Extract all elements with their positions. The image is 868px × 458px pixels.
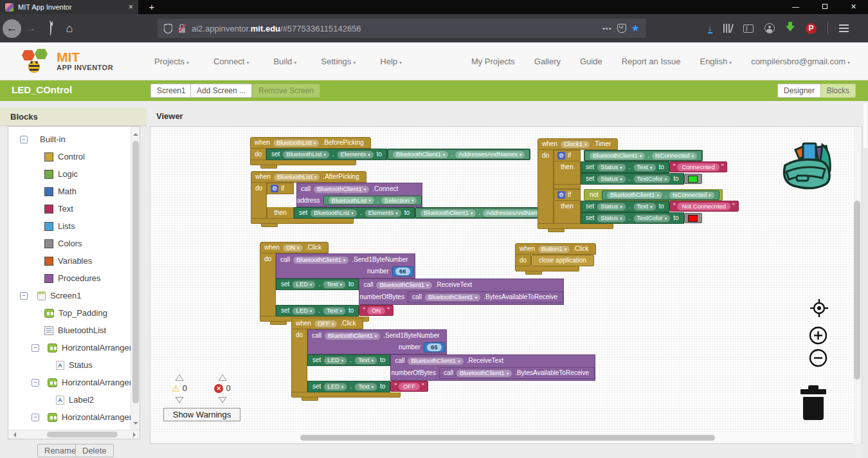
- property-dropdown[interactable]: IsConnected: [669, 191, 715, 199]
- property-dropdown[interactable]: Selection: [381, 196, 418, 205]
- block-string-off[interactable]: " OFF ": [390, 381, 428, 392]
- tree-item-horizontal-arrangement-2[interactable]: − HorizontalArrangemen: [8, 374, 140, 391]
- component-dropdown[interactable]: Status: [597, 214, 626, 223]
- component-dropdown[interactable]: BluetoothClient1: [606, 191, 663, 199]
- remove-screen-button[interactable]: Remove Screen: [252, 84, 320, 98]
- block-call-send1bytenumber[interactable]: call BluetoothClient1 .Send1ByteNumber n…: [307, 329, 447, 354]
- blocks-toggle-button[interactable]: Blocks: [820, 84, 856, 98]
- tree-item-variables[interactable]: Variables: [8, 252, 140, 270]
- tree-item-control[interactable]: Control: [8, 148, 140, 165]
- block-string-connected[interactable]: " Connecnted ": [669, 161, 727, 172]
- component-dropdown[interactable]: BluetoothClient1: [324, 332, 381, 340]
- property-dropdown[interactable]: Text: [323, 280, 346, 289]
- component-dropdown[interactable]: LED: [292, 307, 316, 315]
- block-set-status-text[interactable]: set Status . Text to: [581, 201, 669, 212]
- menu-connect[interactable]: Connect▾: [213, 57, 249, 66]
- block-number-65[interactable]: 65: [424, 342, 445, 353]
- component-dropdown[interactable]: BluetoothList: [310, 209, 357, 217]
- component-dropdown[interactable]: BluetoothList: [273, 139, 320, 147]
- link-gallery[interactable]: Gallery: [534, 57, 561, 66]
- block-set-led-text[interactable]: set LED . Text to: [307, 381, 390, 392]
- back-button[interactable]: ←: [3, 19, 21, 38]
- forward-button[interactable]: →: [21, 22, 41, 35]
- url-bar[interactable]: ai2.appinventor.mit.edu/#577533611514265…: [158, 19, 646, 38]
- component-dropdown[interactable]: BluetoothClient1: [424, 293, 481, 302]
- block-set-status-textcolor[interactable]: set Status . TextColor to: [581, 173, 684, 185]
- block-set-status-textcolor[interactable]: set Status . TextColor to: [581, 212, 684, 224]
- tree-vertical-scrollbar[interactable]: [131, 127, 140, 431]
- new-tab-button[interactable]: +: [144, 0, 159, 14]
- block-get-addressesandnames[interactable]: BluetoothClient1 . AddressesAndNames: [415, 207, 558, 219]
- block-get-isconnected[interactable]: BluetoothClient1 . IsConnected: [602, 190, 719, 200]
- delete-button[interactable]: Delete: [75, 444, 114, 457]
- scroll-left-icon[interactable]: [11, 432, 16, 437]
- component-dropdown[interactable]: BluetoothClient1: [589, 152, 646, 160]
- collapse-icon[interactable]: −: [32, 414, 39, 421]
- component-dropdown[interactable]: OFF: [314, 320, 338, 328]
- collapse-icon[interactable]: −: [20, 136, 28, 143]
- block-call-receivetext[interactable]: call BluetoothClient1 .ReceiveText numbe…: [390, 354, 595, 381]
- tree-item-procedures[interactable]: Procedures: [8, 270, 140, 287]
- component-dropdown[interactable]: BluetoothClient1: [456, 369, 512, 378]
- tree-item-screen1[interactable]: − Screen1: [8, 287, 140, 304]
- component-dropdown[interactable]: ON: [282, 244, 303, 252]
- component-dropdown[interactable]: BluetoothList: [282, 151, 329, 159]
- property-dropdown[interactable]: Text: [354, 383, 377, 391]
- component-dropdown[interactable]: BluetoothClient1: [392, 151, 449, 159]
- component-dropdown[interactable]: Status: [597, 203, 626, 211]
- component-dropdown[interactable]: BluetoothClient1: [420, 209, 476, 217]
- collapse-icon[interactable]: −: [20, 292, 28, 300]
- block-set-led-text[interactable]: set LED . Text to: [307, 354, 390, 366]
- browser-tab[interactable]: MIT App Inventor ×: [0, 0, 138, 14]
- tree-item-logic[interactable]: Logic: [8, 165, 140, 183]
- collapse-warnings-down-icon[interactable]: ▽: [168, 396, 190, 403]
- property-dropdown[interactable]: Text: [354, 356, 377, 365]
- property-dropdown[interactable]: Elements: [337, 151, 374, 159]
- backpack-icon[interactable]: [777, 138, 838, 193]
- tree-item-status[interactable]: AStatus: [8, 356, 140, 374]
- property-dropdown[interactable]: Text: [633, 203, 656, 211]
- menu-help[interactable]: Help▾: [380, 57, 402, 66]
- component-dropdown[interactable]: BluetoothClient1: [313, 185, 370, 194]
- collapse-warnings-up-icon[interactable]: △: [168, 374, 190, 381]
- insecure-lock-icon[interactable]: [177, 24, 186, 33]
- block-if-connected[interactable]: ⚙if BluetoothClient1 . IsConnected then: [554, 150, 727, 185]
- collapse-icon[interactable]: −: [32, 344, 39, 352]
- scroll-up-icon[interactable]: [133, 131, 138, 136]
- block-call-receivetext[interactable]: call BluetoothClient1 .ReceiveText numbe…: [359, 279, 564, 305]
- zoom-out-icon[interactable]: [809, 349, 827, 367]
- block-set-led-text[interactable]: set LED . Text to: [276, 279, 359, 290]
- property-dropdown[interactable]: IsConnected: [651, 152, 698, 160]
- menu-projects[interactable]: Projects▾: [154, 57, 189, 66]
- mutator-gear-icon[interactable]: ⚙: [557, 191, 565, 199]
- tree-item-top-padding[interactable]: Top_Padding: [8, 304, 140, 322]
- block-get-isconnected[interactable]: BluetoothClient1 . IsConnected: [584, 150, 703, 161]
- block-call-connect[interactable]: call BluetoothClient1 .Connect address B…: [296, 183, 422, 207]
- block-logic-not[interactable]: not BluetoothClient1 . IsConnected: [584, 189, 723, 201]
- blocks-canvas[interactable]: when BluetoothList .BeforePicking do set…: [150, 126, 862, 444]
- block-set-elements[interactable]: set BluetoothList . Elements to: [294, 207, 415, 219]
- tab-close-icon[interactable]: ×: [129, 3, 133, 12]
- tree-item-label2[interactable]: ALabel2: [8, 391, 140, 408]
- component-dropdown[interactable]: LED: [323, 356, 347, 365]
- component-dropdown[interactable]: LED: [292, 280, 316, 289]
- link-my-projects[interactable]: My Projects: [471, 57, 515, 66]
- tree-item-horizontal-arrangement-1[interactable]: − HorizontalArrangemen: [8, 339, 140, 356]
- menu-build[interactable]: Build▾: [273, 57, 296, 66]
- property-dropdown[interactable]: Text: [323, 307, 346, 315]
- component-dropdown[interactable]: BluetoothClient1: [293, 256, 349, 264]
- collapse-errors-down-icon[interactable]: ▽: [212, 396, 233, 403]
- property-dropdown[interactable]: Text: [633, 163, 656, 172]
- sidebar-toggle-icon[interactable]: [743, 24, 754, 33]
- component-dropdown[interactable]: Button1: [538, 245, 570, 253]
- pocket-icon[interactable]: [617, 24, 626, 33]
- pinterest-extension-icon[interactable]: P: [806, 23, 817, 34]
- url-text[interactable]: ai2.appinventor.mit.edu/#577533611514265…: [192, 24, 597, 33]
- component-dropdown[interactable]: Status: [597, 175, 626, 183]
- mutator-gear-icon[interactable]: ⚙: [557, 152, 565, 160]
- component-dropdown[interactable]: LED: [323, 383, 347, 391]
- tree-item-colors[interactable]: Colors: [8, 235, 140, 252]
- menu-hamburger-icon[interactable]: [839, 24, 849, 32]
- block-set-elements[interactable]: set BluetoothList . Elements to: [266, 149, 387, 160]
- mutator-gear-icon[interactable]: ⚙: [271, 185, 278, 192]
